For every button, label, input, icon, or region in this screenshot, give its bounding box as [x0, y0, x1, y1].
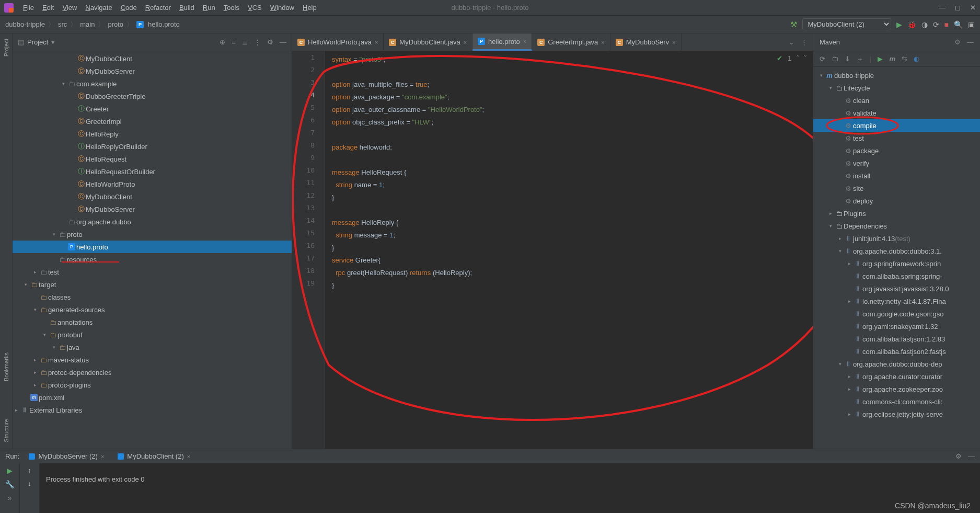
maven-item[interactable]: ⚙ compile	[813, 119, 980, 132]
collapse-icon[interactable]: ≣	[242, 38, 248, 46]
maven-item[interactable]: ⫴ org.yaml:snakeyaml:1.32	[813, 320, 980, 333]
maven-item[interactable]: ⫴ com.alibaba.fastjson2:fastjs	[813, 345, 980, 358]
menu-refactor[interactable]: Refactor	[141, 2, 175, 13]
search-icon[interactable]: 🔍	[954, 20, 963, 29]
menu-view[interactable]: View	[58, 2, 81, 13]
breadcrumb[interactable]: dubbo-tripple〉src〉main〉proto〉Phello.prot…	[5, 20, 180, 29]
tree-item[interactable]: ▾🗀 java	[13, 341, 292, 354]
maven-item[interactable]: ▸⫴ io.netty:netty-all:4.1.87.Fina	[813, 295, 980, 307]
editor-tab[interactable]: Phello.proto×	[472, 33, 532, 51]
run-more-icon[interactable]: »	[8, 494, 12, 502]
menu-navigate[interactable]: Navigate	[81, 2, 116, 13]
tool-tab-structure[interactable]: Structure	[3, 416, 9, 446]
maven-item[interactable]: ⚙ site	[813, 182, 980, 195]
maven-item[interactable]: ⫴ org.javassist:javassist:3.28.0	[813, 282, 980, 295]
maven-download-icon[interactable]: ⬇	[845, 55, 850, 63]
maven-item[interactable]: ⚙ deploy	[813, 195, 980, 207]
maven-item[interactable]: ▸⫴ org.springframework:sprin	[813, 257, 980, 270]
maven-hide-icon[interactable]: ―	[967, 38, 974, 46]
tree-item[interactable]: ▾🗀 target	[13, 278, 292, 291]
maven-item[interactable]: ⚙ install	[813, 169, 980, 182]
maven-item[interactable]: ▾⫴ org.apache.dubbo:dubbo-dep	[813, 358, 980, 370]
maven-exec-icon[interactable]: m	[889, 55, 895, 63]
tree-item[interactable]: ▸🗀 test	[13, 266, 292, 278]
tree-item[interactable]: ▸🗀 protoc-dependencies	[13, 366, 292, 379]
maven-reload-icon[interactable]: ⟳	[820, 55, 825, 63]
maven-item[interactable]: ▾🗀 Dependencies	[813, 220, 980, 232]
tree-item[interactable]: Ⓒ HelloRequest	[13, 153, 292, 165]
tree-item[interactable]: ▾🗀 proto	[13, 228, 292, 241]
tool-tab-bookmarks[interactable]: Bookmarks	[3, 349, 9, 384]
menu-build[interactable]: Build	[175, 2, 199, 13]
maven-item[interactable]: ▾⫴ org.apache.dubbo:dubbo:3.1.	[813, 245, 980, 257]
build-icon[interactable]: ⚒	[790, 20, 797, 29]
editor-tab[interactable]: CGreeterImpl.java×	[532, 33, 610, 51]
crumb[interactable]: hello.proto	[148, 20, 180, 28]
menu-edit[interactable]: Edit	[38, 2, 58, 13]
tree-item[interactable]: Ⓒ DubboGreeterTriple	[13, 90, 292, 102]
tree-item[interactable]: 🗀 resources	[13, 253, 292, 266]
run-icon[interactable]: ▶	[896, 20, 902, 29]
maven-item[interactable]: ▸⫴ org.apache.curator:curator	[813, 370, 980, 383]
maven-analyze-icon[interactable]: ◐	[914, 55, 919, 63]
maven-item[interactable]: ⚙ verify	[813, 157, 980, 169]
maven-generate-icon[interactable]: 🗀	[832, 55, 838, 63]
down-icon[interactable]: ↓	[28, 480, 31, 487]
maven-item[interactable]: ⫴ com.alibaba:fastjson:1.2.83	[813, 333, 980, 345]
gear-icon[interactable]: ⚙	[267, 38, 273, 46]
run-config-select[interactable]: MyDubboClient (2)	[802, 18, 891, 30]
tree-item[interactable]: 🗀 annotations	[13, 316, 292, 328]
tree-item[interactable]: 🗀 org.apache.dubbo	[13, 215, 292, 228]
maven-item[interactable]: ▸⫴ junit:junit:4.13 (test)	[813, 232, 980, 245]
close-tab-icon[interactable]: ×	[464, 39, 467, 45]
hide-icon[interactable]: ―	[280, 38, 286, 46]
tree-item[interactable]: Ⓒ MyDubboClient	[13, 52, 292, 65]
editor-tab[interactable]: CHelloWorldProto.java×	[292, 33, 384, 51]
crumb[interactable]: proto	[108, 20, 123, 28]
maven-settings-icon[interactable]: ⚙	[954, 38, 961, 46]
tree-item[interactable]: Ⓒ HelloReply	[13, 128, 292, 140]
tree-item[interactable]: m pom.xml	[13, 391, 292, 404]
tree-item[interactable]: ▾🗀 protobuf	[13, 328, 292, 341]
inspections-ok-icon[interactable]: ✔	[777, 54, 782, 62]
maven-item[interactable]: ▸⫴ org.apache.zookeeper:zoo	[813, 383, 980, 395]
run-tab-server[interactable]: MyDubboServer (2)×	[25, 451, 108, 462]
menu-code[interactable]: Code	[117, 2, 141, 13]
maximize-icon[interactable]: ◻	[955, 4, 961, 12]
problems-count[interactable]: 1	[788, 54, 791, 62]
maven-item[interactable]: ⫴ com.alibaba.spring:spring-	[813, 270, 980, 282]
up-icon[interactable]: ↑	[28, 466, 31, 474]
crumb[interactable]: main	[80, 20, 95, 28]
maven-run-icon[interactable]: ▶	[878, 55, 883, 63]
maven-item[interactable]: ⚙ test	[813, 132, 980, 144]
menu-file[interactable]: File	[19, 2, 38, 13]
maven-item[interactable]: ⚙ clean	[813, 94, 980, 107]
maven-item[interactable]: ▾🗀 Lifecycle	[813, 82, 980, 94]
menu-tools[interactable]: Tools	[220, 2, 244, 13]
menu-help[interactable]: Help	[298, 2, 321, 13]
tree-item[interactable]: ▾🗀 com.example	[13, 77, 292, 90]
tree-item[interactable]: Ⓘ HelloRequestOrBuilder	[13, 165, 292, 178]
maven-item[interactable]: ▸⫴ org.eclipse.jetty:jetty-serve	[813, 408, 980, 420]
stop-icon[interactable]: ■	[944, 20, 949, 29]
close-tab-icon[interactable]: ×	[523, 38, 526, 44]
minimize-icon[interactable]: ―	[939, 4, 946, 12]
maven-item[interactable]: ⫴ commons-cli:commons-cli:	[813, 395, 980, 408]
editor-tab[interactable]: CMyDubboClient.java×	[384, 33, 472, 51]
locate-icon[interactable]: ⊕	[220, 38, 225, 46]
tree-item[interactable]: Ⓒ HelloWorldProto	[13, 178, 292, 190]
run-tool-icon[interactable]: 🔧	[5, 480, 14, 488]
tree-item[interactable]: ▾🗀 generated-sources	[13, 303, 292, 316]
options-icon[interactable]: ⋮	[254, 38, 261, 46]
rerun-icon[interactable]: ▶	[7, 466, 13, 475]
tree-item[interactable]: ▸🗀 protoc-plugins	[13, 379, 292, 391]
maven-item[interactable]: ▸🗀 Plugins	[813, 207, 980, 220]
tree-item[interactable]: Ⓒ MyDubboServer	[13, 203, 292, 215]
run-tab-client[interactable]: MyDubboClient (2)×	[113, 451, 194, 462]
tree-item[interactable]: Ⓘ HelloReplyOrBuilder	[13, 140, 292, 153]
close-tab-icon[interactable]: ×	[601, 39, 604, 45]
problems-up-icon[interactable]: ˆ	[797, 54, 799, 62]
crumb[interactable]: src	[58, 20, 67, 28]
maven-item[interactable]: ▾m dubbo-tripple	[813, 69, 980, 82]
tree-item[interactable]: Ⓒ MyDubboClient	[13, 190, 292, 203]
